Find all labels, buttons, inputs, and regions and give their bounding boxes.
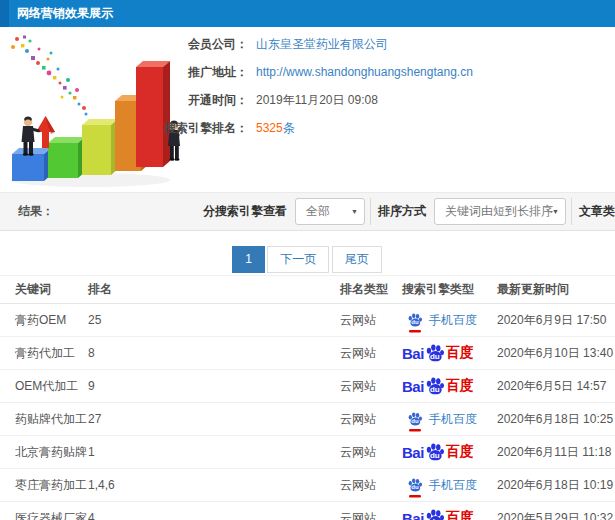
mobile-baidu-label: 手机百度 — [429, 312, 477, 329]
next-page-button[interactable]: 下一页 — [267, 246, 329, 273]
rank-link[interactable]: 8 — [88, 337, 340, 370]
baidu-du-text: du — [411, 319, 418, 325]
engine-filter-label: 分搜索引擎查看 — [203, 203, 287, 220]
member-info-panel: 会员公司： 山东皇圣堂药业有限公司 推广地址： http://www.shand… — [162, 37, 473, 149]
rank-link[interactable]: 1,4,6 — [88, 469, 340, 502]
rank-type-cell: 云网站 — [340, 436, 402, 469]
baidu-du-text: du — [411, 484, 418, 490]
table-row: 膏药代加工 8 云网站 du 手机百度 Bai du 百度 2020年6月10日… — [0, 337, 615, 370]
company-name-link[interactable]: 山东皇圣堂药业有限公司 — [256, 36, 388, 53]
mobile-baidu-badge: du 手机百度 — [402, 311, 477, 330]
mobile-baidu-badge: du 手机百度 — [402, 410, 477, 429]
promotion-url-label: 推广地址： — [162, 64, 248, 81]
bar-chart-bars — [12, 61, 170, 181]
pagination: 1 下一页 尾页 — [0, 246, 615, 273]
mobile-baidu-badge: du 手机百度 — [402, 476, 477, 495]
sort-filter-label: 排序方式 — [378, 203, 426, 220]
keyword-cell: 药贴牌代加工 — [0, 403, 88, 436]
filter-divider — [370, 198, 371, 225]
baidu-logo: Bai du 百度 — [402, 443, 474, 462]
col-header-engine-type: 搜索引擎类型 — [402, 276, 497, 304]
page-title: 网络营销效果展示 — [17, 0, 113, 27]
table-row: 药贴牌代加工 27 云网站 du 手机百度 Bai du 百度 2020年6月1… — [0, 403, 615, 436]
info-row-open-time: 开通时间： 2019年11月20日 09:08 — [162, 93, 473, 107]
keyword-cell: 医疗器械厂家 — [0, 502, 88, 520]
baidu-du-text: du — [430, 386, 440, 394]
sort-filter-select[interactable]: 关键词由短到长排序 ▼ — [434, 198, 566, 225]
col-header-rank-type: 排名类型 — [340, 276, 402, 304]
mobile-red-swoosh — [409, 330, 421, 333]
mobile-baidu-label: 手机百度 — [429, 411, 477, 428]
filter-divider — [571, 198, 572, 225]
engine-filter-select[interactable]: 全部 ▼ — [295, 198, 365, 225]
keyword-cell: 北京膏药贴牌 — [0, 436, 88, 469]
table-row: OEM代加工 9 云网站 du 手机百度 Bai du 百度 2020年6月5日… — [0, 370, 615, 403]
info-row-url: 推广地址： http://www.shandonghuangshengtang.… — [162, 65, 473, 79]
rank-link[interactable]: 9 — [88, 370, 340, 403]
engine-type-cell: du 手机百度 Bai du 百度 — [402, 502, 497, 520]
rank-link[interactable]: 4 — [88, 502, 340, 520]
engine-type-cell: du 手机百度 Bai du 百度 — [402, 304, 497, 337]
mobile-red-swoosh — [409, 429, 421, 432]
last-page-button[interactable]: 尾页 — [332, 246, 382, 273]
page-1-button[interactable]: 1 — [232, 246, 265, 273]
info-row-ranking-count: 搜索引擎排名： 5325条 — [162, 121, 473, 135]
rank-type-cell: 云网站 — [340, 304, 402, 337]
col-header-updated: 最新更新时间 — [497, 276, 615, 304]
rank-link[interactable]: 27 — [88, 403, 340, 436]
result-label: 结果： — [18, 193, 54, 230]
col-header-rank: 排名 — [88, 276, 340, 304]
header-accent-strip — [0, 0, 9, 27]
engine-type-cell: du 手机百度 Bai du 百度 — [402, 436, 497, 469]
rank-link[interactable]: 25 — [88, 304, 340, 337]
table-row: 膏药OEM 25 云网站 du 手机百度 Bai du 百度 2020年6月9日… — [0, 304, 615, 337]
baidu-suffix-text: 百度 — [446, 443, 474, 461]
baidu-logo: Bai du 百度 — [402, 344, 474, 363]
engine-type-cell: du 手机百度 Bai du 百度 — [402, 469, 497, 502]
rank-link[interactable]: 1 — [88, 436, 340, 469]
engine-type-cell: du 手机百度 Bai du 百度 — [402, 337, 497, 370]
rank-type-cell: 云网站 — [340, 337, 402, 370]
rank-type-cell: 云网站 — [340, 370, 402, 403]
open-time-label: 开通时间： — [162, 92, 248, 109]
keyword-cell: 枣庄膏药加工 — [0, 469, 88, 502]
info-row-company: 会员公司： 山东皇圣堂药业有限公司 — [162, 37, 473, 51]
keyword-cell: 膏药代加工 — [0, 337, 88, 370]
col-header-keyword: 关键词 — [0, 276, 88, 304]
rank-type-cell: 云网站 — [340, 469, 402, 502]
ranking-count-value: 5325 — [256, 121, 283, 135]
rank-type-cell: 云网站 — [340, 502, 402, 520]
updated-time-cell: 2020年6月10日 13:40 — [497, 337, 615, 370]
app-header: 网络营销效果展示 — [0, 0, 615, 27]
engine-type-cell: du 手机百度 Bai du 百度 — [402, 370, 497, 403]
updated-time-cell: 2020年6月5日 14:57 — [497, 370, 615, 403]
baidu-suffix-text: 百度 — [446, 509, 474, 520]
baidu-bai-text: Bai — [402, 444, 424, 461]
keyword-ranking-table: 关键词 排名 排名类型 搜索引擎类型 最新更新时间 膏药OEM 25 云网站 d… — [0, 275, 615, 520]
chevron-down-icon: ▼ — [552, 199, 559, 224]
baidu-logo: Bai du 百度 — [402, 377, 474, 396]
growth-chart-illustration — [2, 34, 187, 189]
baidu-du-text: du — [430, 353, 440, 361]
updated-time-cell: 2020年6月11日 11:18 — [497, 436, 615, 469]
rank-type-cell: 云网站 — [340, 403, 402, 436]
open-time-value: 2019年11月20日 09:08 — [256, 92, 378, 109]
baidu-suffix-text: 百度 — [446, 344, 474, 362]
updated-time-cell: 2020年6月18日 10:19 — [497, 469, 615, 502]
mobile-baidu-label: 手机百度 — [429, 477, 477, 494]
ranking-count-suffix: 条 — [283, 121, 295, 135]
filter-bar: 结果： 分搜索引擎查看 全部 ▼ 排序方式 关键词由短到长排序 ▼ 文章类型 全… — [0, 192, 615, 231]
updated-time-cell: 2020年5月29日 10:32 — [497, 502, 615, 520]
baidu-bai-text: Bai — [402, 345, 424, 362]
baidu-du-text: du — [411, 418, 418, 424]
company-label: 会员公司： — [162, 36, 248, 53]
updated-time-cell: 2020年6月9日 17:50 — [497, 304, 615, 337]
table-row: 枣庄膏药加工 1,4,6 云网站 du 手机百度 Bai du 百度 2020年… — [0, 469, 615, 502]
keyword-cell: 膏药OEM — [0, 304, 88, 337]
updated-time-cell: 2020年6月18日 10:25 — [497, 403, 615, 436]
baidu-bai-text: Bai — [402, 378, 424, 395]
baidu-bai-text: Bai — [402, 510, 424, 520]
promotion-url-link[interactable]: http://www.shandonghuangshengtang.cn — [256, 65, 473, 79]
ranking-count-label: 搜索引擎排名： — [162, 120, 248, 137]
baidu-logo: Bai du 百度 — [402, 509, 474, 520]
